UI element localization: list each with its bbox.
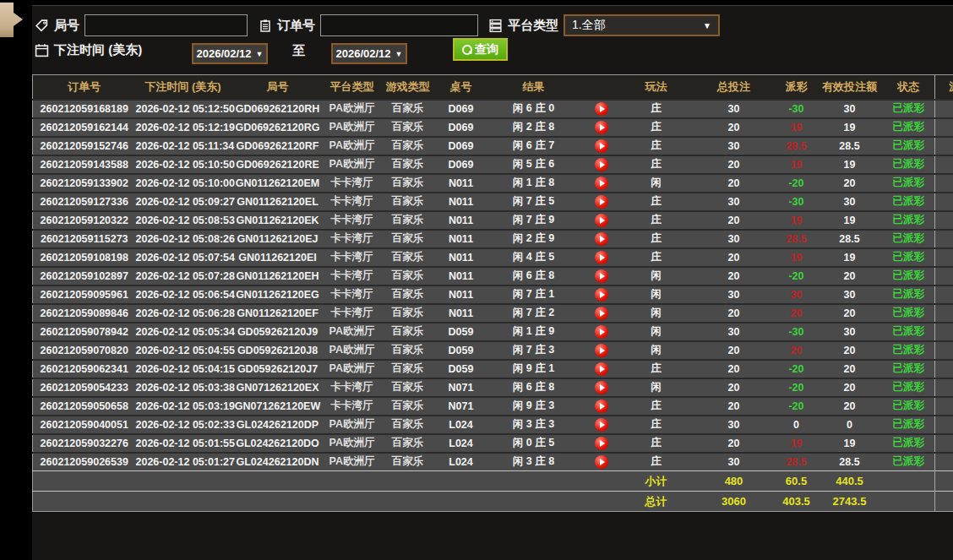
cell-extra <box>935 323 953 341</box>
play-result-icon[interactable] <box>595 381 608 394</box>
play-result-icon[interactable] <box>595 400 608 413</box>
cell-total-bet: 20 <box>692 267 776 285</box>
play-result-icon[interactable] <box>595 307 608 320</box>
cell-order: 260212059070820 <box>33 341 136 360</box>
grand-total-row-spacer <box>582 492 621 512</box>
records-table: 订单号下注时间 (美东)局号平台类型游戏类型桌号结果玩法总投注派彩有效投注额状态… <box>32 74 953 512</box>
cell-game: 百家乐 <box>379 211 437 230</box>
play-result-icon[interactable] <box>595 437 608 450</box>
col-header-order: 订单号 <box>33 75 136 100</box>
cell-time: 2026-02-12 05:01:55 <box>136 434 231 453</box>
cell-status: 已派彩 <box>883 267 935 285</box>
query-button[interactable]: 查询 <box>453 38 508 61</box>
play-result-icon[interactable] <box>595 288 608 302</box>
cell-game: 百家乐 <box>379 118 437 137</box>
play-result-icon[interactable] <box>595 158 608 171</box>
cell-time: 2026-02-12 05:08:26 <box>136 230 231 248</box>
cell-extra <box>935 378 953 397</box>
to-label: 至 <box>292 43 305 59</box>
chevron-down-icon: ▼ <box>395 50 403 58</box>
table-row: 2602120590506582026-02-12 05:03:19GN0712… <box>33 397 953 416</box>
round-input[interactable] <box>84 14 248 36</box>
platform-type-select[interactable]: 1.全部 ▼ <box>564 14 720 36</box>
cell-game: 百家乐 <box>379 341 437 360</box>
date-from-picker[interactable]: 2026/02/12 ▼ <box>192 43 268 64</box>
subtotal-row-total-bet: 480 <box>692 471 776 492</box>
cell-play <box>582 118 621 137</box>
cell-bet: 庄 <box>621 397 692 416</box>
cell-time: 2026-02-12 05:02:33 <box>136 416 231 434</box>
play-result-icon[interactable] <box>595 344 608 357</box>
cell-result: 闲 7 庄 1 <box>486 285 582 304</box>
cell-payout: -30 <box>776 193 817 211</box>
cell-valid-bet: 20 <box>817 174 883 193</box>
cell-status: 已派彩 <box>883 174 935 193</box>
platform-label: 平台类型 <box>508 18 558 34</box>
cell-result: 闲 7 庄 9 <box>486 211 582 230</box>
cell-game: 百家乐 <box>379 304 437 323</box>
collapse-panel-tab[interactable] <box>0 3 24 37</box>
cell-play <box>582 193 621 211</box>
cell-game: 百家乐 <box>379 416 437 434</box>
cell-round: GN071262120EX <box>231 378 325 397</box>
date-to-picker[interactable]: 2026/02/12 ▼ <box>331 43 407 64</box>
cell-payout: -20 <box>776 397 817 416</box>
cell-game: 百家乐 <box>379 267 437 285</box>
play-result-icon[interactable] <box>595 362 608 376</box>
platform-filter: 平台类型 1.全部 ▼ <box>488 14 720 36</box>
cell-status: 已派彩 <box>883 416 935 434</box>
order-label: 订单号 <box>277 18 315 34</box>
cell-result: 闲 3 庄 8 <box>486 453 582 471</box>
play-result-icon[interactable] <box>595 269 608 283</box>
play-result-icon[interactable] <box>595 214 608 227</box>
grand-total-row-spacer <box>437 492 486 512</box>
cell-table-no: D059 <box>437 323 486 341</box>
play-result-icon[interactable] <box>595 232 608 246</box>
play-result-icon[interactable] <box>595 177 608 190</box>
cell-status: 已派彩 <box>883 137 935 155</box>
cell-extra <box>935 360 953 378</box>
cell-valid-bet: 19 <box>817 118 883 137</box>
cell-status: 已派彩 <box>883 453 935 471</box>
cell-platform: PA欧洲厅 <box>325 434 379 453</box>
cell-total-bet: 20 <box>692 360 776 378</box>
order-filter: 订单号 <box>259 14 478 36</box>
play-result-icon[interactable] <box>595 195 608 209</box>
cell-status: 已派彩 <box>883 230 935 248</box>
order-input[interactable] <box>320 14 478 36</box>
play-result-icon[interactable] <box>595 139 608 153</box>
col-header-game: 游戏类型 <box>379 75 437 100</box>
cell-order: 260212059095961 <box>33 285 136 304</box>
cell-bet: 庄 <box>621 434 692 453</box>
col-header-time: 下注时间 (美东) <box>136 75 231 100</box>
cell-table-no: N011 <box>437 285 486 304</box>
cell-table-no: L024 <box>437 416 486 434</box>
cell-total-bet: 20 <box>692 434 776 453</box>
cell-result: 闲 9 庄 1 <box>486 360 582 378</box>
cell-platform: PA欧洲厅 <box>325 100 379 118</box>
cell-round: GL024262120DN <box>231 453 325 471</box>
subtotal-row-spacer <box>437 471 486 492</box>
table-row: 2602120591273362026-02-12 05:09:27GN0112… <box>33 193 953 211</box>
play-result-icon[interactable] <box>595 251 608 264</box>
play-result-icon[interactable] <box>595 102 608 116</box>
cell-extra <box>935 267 953 285</box>
subtotal-row-spacer <box>379 471 437 492</box>
cell-round: GD069262120RE <box>231 155 325 174</box>
cell-valid-bet: 30 <box>817 193 883 211</box>
cell-valid-bet: 28.5 <box>817 230 883 248</box>
play-result-icon[interactable] <box>595 121 608 134</box>
cell-platform: PA欧洲厅 <box>325 155 379 174</box>
grand-total-row-label: 总计 <box>621 492 692 512</box>
grand-total-row-spacer <box>379 492 437 512</box>
cell-time: 2026-02-12 05:04:15 <box>136 360 231 378</box>
cell-order: 260212059040051 <box>33 416 136 434</box>
play-result-icon[interactable] <box>595 455 608 469</box>
cell-total-bet: 30 <box>692 100 776 118</box>
play-result-icon[interactable] <box>595 325 608 339</box>
cell-total-bet: 20 <box>692 155 776 174</box>
cell-bet: 庄 <box>621 416 692 434</box>
cell-round: GD069262120RF <box>231 137 325 155</box>
play-result-icon[interactable] <box>595 418 608 432</box>
cell-round: GD059262120J8 <box>231 341 325 360</box>
